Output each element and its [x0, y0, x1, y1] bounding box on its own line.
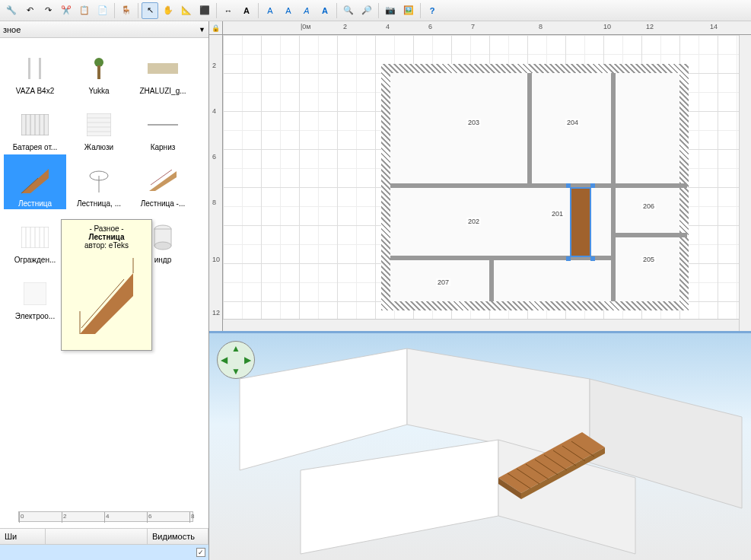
- text-size-icon[interactable]: A: [262, 2, 278, 19]
- stair-spiral-icon: [80, 166, 118, 196]
- furniture-item-cornice[interactable]: Карниз: [132, 98, 194, 153]
- room-label: 206: [641, 202, 656, 210]
- text-icon[interactable]: A: [238, 2, 255, 19]
- tooltip-author: автор: eTeks: [66, 241, 147, 250]
- svg-marker-36: [301, 440, 498, 554]
- panel-icon: [16, 278, 54, 309]
- furniture-list-row[interactable]: ✓: [0, 545, 208, 560]
- room-icon[interactable]: ⬛: [196, 2, 213, 19]
- tooltip-name: Лестница: [66, 233, 147, 241]
- camera-icon[interactable]: 📷: [382, 2, 399, 19]
- wall-icon[interactable]: 📐: [178, 2, 195, 19]
- furniture-list-header: Ши Видимость: [0, 528, 208, 545]
- help-icon[interactable]: ?: [424, 2, 441, 19]
- ruler-horizontal: |0м 2 4 6 7 8 10 12 14: [223, 21, 751, 35]
- pan-icon[interactable]: ✋: [160, 2, 177, 19]
- photo-icon[interactable]: 🖼️: [400, 2, 417, 19]
- plan-canvas[interactable]: 203 204 202 201 206 205 207: [223, 35, 751, 331]
- tooltip-category: - Разное -: [66, 224, 147, 233]
- visibility-checkbox[interactable]: ✓: [196, 548, 205, 557]
- selected-stair-2d[interactable]: [570, 187, 591, 257]
- stair-3d: [491, 417, 613, 501]
- room-label: 201: [550, 210, 565, 218]
- svg-rect-0: [28, 58, 30, 79]
- main-toolbar: 🔧 ↶ ↷ ✂️ 📋 📄 🪑 ↖ ✋ 📐 ⬛ ↔ A A A A A 🔍 🔎 📷…: [0, 0, 751, 21]
- room-label: 203: [466, 119, 481, 126]
- svg-rect-4: [148, 63, 178, 74]
- vase-icon: [16, 53, 54, 84]
- copy-icon[interactable]: 📋: [76, 2, 93, 19]
- col-visibility[interactable]: Видимость: [148, 529, 208, 544]
- svg-rect-3: [97, 65, 100, 79]
- svg-marker-38: [498, 432, 605, 493]
- plan-2d-view[interactable]: 🔒 |0м 2 4 6 7 8 10 12 14 2 4 6 8 10 12: [209, 21, 751, 333]
- svg-rect-32: [24, 282, 46, 305]
- furniture-item-vaza[interactable]: VAZA B4x2: [4, 42, 66, 97]
- text-italic-icon[interactable]: A: [298, 2, 315, 19]
- blinds-icon: [144, 53, 182, 84]
- floorplan: 203 204 202 201 206 205 207: [375, 58, 695, 317]
- scrollbar-horizontal[interactable]: [223, 319, 739, 331]
- svg-marker-49: [80, 273, 133, 334]
- radiator-icon: [16, 110, 54, 140]
- svg-marker-21: [149, 171, 177, 191]
- add-furniture-icon[interactable]: 🪑: [118, 2, 135, 19]
- svg-marker-33: [240, 348, 407, 470]
- furniture-item-zhaluzi[interactable]: ZHALUZI_g...: [132, 42, 194, 97]
- stair-icon: [16, 166, 54, 196]
- tooltip-preview: [68, 254, 145, 345]
- walls-3d: [209, 333, 751, 558]
- scrollbar-vertical[interactable]: [739, 35, 751, 331]
- furniture-item-blinds2[interactable]: Жалюзи: [68, 98, 130, 153]
- furniture-tooltip: - Разное - Лестница автор: eTeks: [61, 219, 152, 351]
- zoom-in-icon[interactable]: 🔍: [340, 2, 357, 19]
- paste-icon[interactable]: 📄: [94, 2, 111, 19]
- text-size2-icon[interactable]: A: [280, 2, 297, 19]
- catalog-ruler: 0 2 4 6 8: [18, 511, 193, 522]
- category-label: зное: [3, 25, 21, 34]
- room-label: 205: [641, 256, 656, 263]
- wrench-icon[interactable]: 🔧: [3, 2, 20, 19]
- svg-rect-1: [39, 58, 41, 79]
- cursor-icon[interactable]: ↖: [142, 2, 158, 19]
- col-width[interactable]: Ши: [0, 529, 46, 544]
- cut-icon[interactable]: ✂️: [58, 2, 75, 19]
- svg-point-31: [154, 242, 171, 250]
- room-label: 202: [466, 218, 481, 225]
- furniture-item-stair-rail[interactable]: Лестница -...: [132, 154, 194, 209]
- category-dropdown[interactable]: зное ▼: [0, 21, 208, 38]
- svg-rect-11: [87, 113, 111, 136]
- text-bold-icon[interactable]: A: [317, 2, 333, 19]
- redo-icon[interactable]: ↷: [40, 2, 56, 19]
- furniture-item-stair-spiral[interactable]: Лестница, ...: [68, 154, 130, 209]
- stair-rail-icon: [144, 166, 182, 196]
- ruler-vertical: 2 4 6 8 10 12: [209, 35, 223, 331]
- zoom-out-icon[interactable]: 🔎: [358, 2, 375, 19]
- undo-icon[interactable]: ↶: [21, 2, 38, 19]
- blinds2-icon: [80, 110, 118, 140]
- dimension-icon[interactable]: ↔: [220, 2, 237, 19]
- cornice-icon: [144, 110, 182, 140]
- railing-icon: [16, 222, 54, 253]
- view-3d[interactable]: ▲ ▼ ◀ ▶: [209, 333, 751, 560]
- furniture-item-stair[interactable]: Лестница: [4, 154, 66, 209]
- chevron-down-icon: ▼: [199, 26, 205, 33]
- plant-icon: [80, 53, 118, 84]
- room-label: 204: [565, 119, 580, 126]
- furniture-item-radiator[interactable]: Батарея от...: [4, 98, 66, 153]
- furniture-item-yukka[interactable]: Yukka: [68, 42, 130, 97]
- furniture-item-railing[interactable]: Огражден...: [4, 211, 66, 266]
- room-label: 207: [436, 278, 450, 286]
- furniture-item-electro[interactable]: Электроо...: [4, 267, 66, 322]
- lock-icon[interactable]: 🔒: [209, 21, 223, 35]
